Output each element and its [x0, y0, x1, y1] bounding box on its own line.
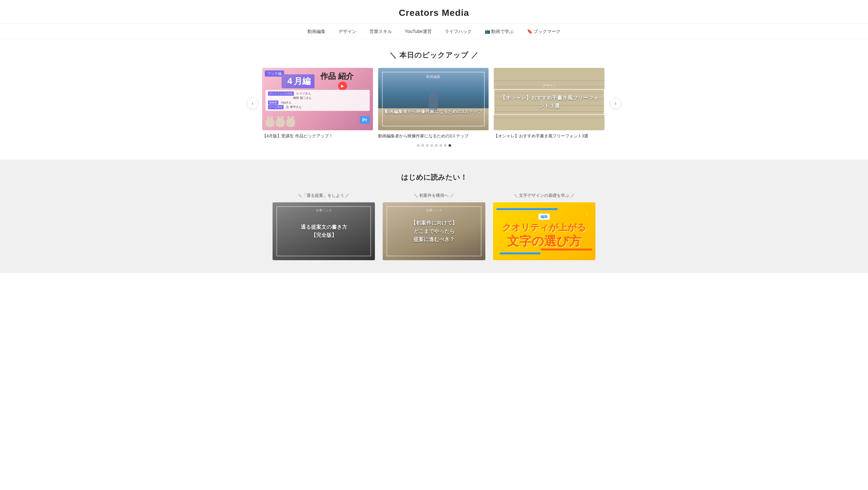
read-first-card-1[interactable]: 仕事ハック 通る提案文の書き方【完全版】	[273, 202, 375, 260]
yellow-card-main-text: クオリティが上がる文字の選び方	[502, 222, 586, 250]
main-nav: 動画編集 デザイン 営業スキル YouTube運営 ライフハック 📺 動画で学ぶ…	[0, 24, 868, 40]
yellow-card-content: 編集 クオリティが上がる文字の選び方	[502, 213, 586, 250]
yellow-card-blue-bar-bottom	[500, 253, 540, 254]
dot-1[interactable]	[417, 144, 420, 147]
pickup-card-2[interactable]: 動画編集 動画編集者から映像作家になるための3ステップ 動画編集者から映像作家に…	[378, 68, 489, 139]
dot-3[interactable]	[426, 144, 429, 147]
site-header: Creators Media	[0, 0, 868, 24]
card1-badge: フッテ編	[265, 70, 284, 77]
read-first-col-1: ＼「通る提案」をしよう ／ 仕事ハック 通る提案文の書き方【完全版】	[273, 193, 375, 260]
read-first-grid: ＼「通る提案」をしよう ／ 仕事ハック 通る提案文の書き方【完全版】 ＼ 初案件…	[273, 193, 595, 260]
card1-heading: 作品 紹介	[320, 71, 353, 82]
yellow-card-sub: 編集	[538, 214, 550, 220]
card1-pr-icon: Pr	[360, 116, 370, 124]
dot-5[interactable]	[435, 144, 438, 147]
carousel-prev[interactable]: ‹	[247, 97, 258, 109]
rf-card1-text: 通る提案文の書き方【完全版】	[301, 223, 347, 239]
nav-item-bookmark[interactable]: 🔖 ブックマーク	[527, 29, 561, 35]
read-first-card-3[interactable]: 編集 クオリティが上がる文字の選び方 ✦	[493, 202, 595, 260]
dot-7[interactable]	[444, 144, 446, 147]
pickup-section: ＼ 本日のピックアップ ／ ‹ フッテ編 ４月編 作品 紹介 ▶ ポートフォリオ…	[240, 40, 628, 153]
card1-bears	[266, 118, 295, 127]
dot-8[interactable]	[448, 144, 451, 147]
card3-overlay-text: 【オシャレ】おすすめ手書き風フリーフォント３選	[500, 94, 599, 110]
nav-item-lifehack[interactable]: ライフハック	[445, 29, 472, 35]
read-first-col-2: ＼ 初案件を獲得へ ／ 仕事ハック 【初案件に向けて】どこまでやったら提案に進む…	[383, 193, 485, 260]
carousel-next[interactable]: ›	[610, 97, 621, 109]
nav-item-sales[interactable]: 営業スキル	[369, 29, 392, 35]
dot-2[interactable]	[422, 144, 424, 147]
pickup-card-1[interactable]: フッテ編 ４月編 作品 紹介 ▶ ポートフォリオ作品レイジさん 林田 賢二さん …	[262, 68, 373, 139]
read-first-card-2[interactable]: 仕事ハック 【初案件に向けて】どこまでやったら提案に進むべき？	[383, 202, 485, 260]
carousel-dots	[247, 144, 621, 147]
card3-category: デザイン	[543, 83, 556, 88]
card2-overlay-text: 動画編集者から映像作家になるための3ステップ	[378, 109, 489, 115]
yellow-card-blue-bar-top	[496, 208, 558, 210]
dot-6[interactable]	[439, 144, 442, 147]
read-first-subtitle-2: ＼ 初案件を獲得へ ／	[414, 193, 454, 198]
read-first-subtitle-3: ＼ 文字デザインの基礎を学ぶ ／	[514, 193, 575, 198]
pickup-title: ＼ 本日のピックアップ ／	[247, 51, 621, 60]
card2-title: 動画編集者から映像作家になるための3ステップ	[378, 133, 489, 139]
card1-play-icon: ▶	[338, 82, 347, 90]
site-title: Creators Media	[0, 8, 868, 18]
nav-item-video-learn[interactable]: 📺 動画で学ぶ	[485, 29, 514, 35]
nav-item-youtube[interactable]: YouTube運営	[405, 29, 432, 35]
read-first-inner: はじめに読みたい！ ＼「通る提案」をしよう ／ 仕事ハック 通る提案文の書き方【…	[273, 173, 595, 260]
carousel-track: フッテ編 ４月編 作品 紹介 ▶ ポートフォリオ作品レイジさん 林田 賢二さん …	[258, 68, 610, 139]
read-first-subtitle-1: ＼「通る提案」をしよう ／	[298, 193, 350, 198]
carousel: ‹ フッテ編 ４月編 作品 紹介 ▶ ポートフォリオ作品レイジさん 林田 賢二さ…	[247, 68, 621, 139]
card1-list: ポートフォリオ作品レイジさん 林田 賢二さん 動物系Ayaさん ゲーム実況辻 孝…	[266, 90, 370, 111]
read-first-title: はじめに読みたい！	[273, 173, 595, 182]
read-first-section: はじめに読みたい！ ＼「通る提案」をしよう ／ 仕事ハック 通る提案文の書き方【…	[0, 160, 868, 273]
rf-card2-text: 【初案件に向けて】どこまでやったら提案に進むべき？	[411, 219, 457, 244]
dot-4[interactable]	[430, 144, 433, 147]
card3-title: 【オシャレ】おすすめ手書き風フリーフォント3選	[494, 133, 604, 139]
read-first-col-3: ＼ 文字デザインの基礎を学ぶ ／ 編集 クオリティが上がる文字の選び方 ✦	[493, 193, 595, 260]
card1-month: ４月編	[282, 74, 314, 88]
card1-title: 【4月版】受講生 作品ピックアップ！	[262, 133, 373, 139]
card3-title-box: 【オシャレ】おすすめ手書き風フリーフォント３選	[494, 89, 604, 115]
nav-item-design[interactable]: デザイン	[338, 29, 356, 35]
nav-item-video-edit[interactable]: 動画編集	[307, 29, 326, 35]
pickup-card-3[interactable]: デザイン 【オシャレ】おすすめ手書き風フリーフォント３選 【オシャレ】おすすめ手…	[494, 68, 604, 139]
